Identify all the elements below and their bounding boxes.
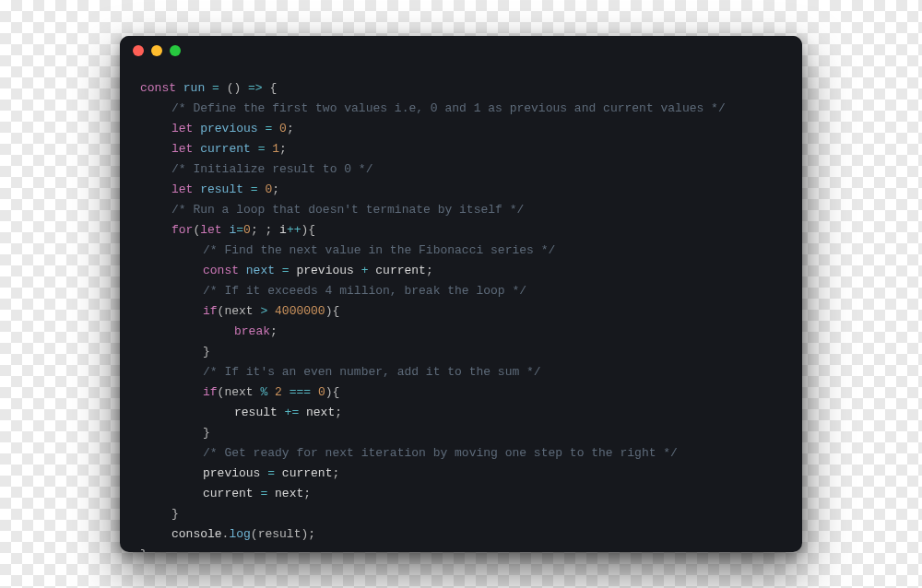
code-token: 1 bbox=[272, 142, 279, 156]
code-token: = bbox=[236, 223, 243, 237]
code-line: /* Run a loop that doesn't terminate by … bbox=[140, 200, 782, 220]
code-token: ; bbox=[308, 527, 315, 541]
code-token: () bbox=[219, 81, 248, 95]
code-token: const bbox=[140, 81, 183, 95]
code-token: break bbox=[234, 324, 270, 338]
code-line: const run = () => { bbox=[140, 78, 782, 99]
code-token: console bbox=[171, 527, 222, 541]
editor-window: const run = () => {/* Define the first t… bbox=[120, 36, 802, 552]
code-token: ++ bbox=[287, 223, 301, 237]
code-line: /* Get ready for next iteration by movin… bbox=[140, 443, 782, 464]
minimize-icon[interactable] bbox=[151, 45, 162, 56]
code-token: ; bbox=[426, 264, 433, 277]
code-token: } bbox=[171, 507, 179, 521]
code-token: let bbox=[200, 223, 229, 237]
code-token: /* Define the first two values i.e, 0 an… bbox=[171, 101, 726, 115]
code-line: current = next; bbox=[140, 484, 782, 504]
code-editor[interactable]: const run = () => {/* Define the first t… bbox=[120, 65, 802, 552]
code-token: { bbox=[263, 81, 278, 95]
code-token bbox=[275, 264, 282, 277]
code-token bbox=[267, 304, 275, 318]
code-token: = bbox=[267, 466, 275, 480]
code-line: result += next; bbox=[140, 403, 782, 423]
code-token: 4000000 bbox=[275, 304, 325, 318]
code-token: (result) bbox=[251, 527, 308, 541]
code-line: let result = 0; bbox=[140, 180, 782, 200]
code-token: } bbox=[140, 547, 148, 552]
code-line: /* If it exceeds 4 million, break the lo… bbox=[140, 281, 782, 301]
code-line: } bbox=[140, 342, 782, 362]
code-token bbox=[282, 385, 290, 399]
code-token: /* Find the next value in the Fibonacci … bbox=[203, 243, 555, 257]
code-token: const bbox=[203, 264, 246, 277]
code-line: let current = 1; bbox=[140, 139, 782, 159]
code-token: log bbox=[229, 527, 250, 541]
code-token: result bbox=[234, 406, 285, 419]
code-token: 0 bbox=[243, 223, 251, 237]
code-token: /* If it exceeds 4 million, break the lo… bbox=[203, 284, 526, 298]
code-token: current bbox=[203, 487, 260, 500]
code-token: current bbox=[200, 142, 251, 156]
code-line: const next = previous + current; bbox=[140, 261, 782, 281]
code-token: run bbox=[183, 81, 205, 95]
code-token: => bbox=[248, 81, 263, 95]
code-token: current bbox=[275, 466, 332, 480]
code-token: previous bbox=[203, 466, 267, 480]
code-token: ; bbox=[279, 142, 287, 156]
code-token: ){ bbox=[325, 304, 340, 318]
code-token: += bbox=[285, 406, 300, 419]
code-token: } bbox=[203, 345, 210, 359]
code-token: if bbox=[203, 304, 218, 318]
code-line: previous = current; bbox=[140, 464, 782, 484]
code-line: } bbox=[140, 545, 782, 552]
code-token bbox=[251, 142, 258, 156]
code-token: ; bbox=[270, 324, 278, 338]
code-token: previous bbox=[290, 264, 361, 277]
code-token: } bbox=[203, 426, 210, 440]
code-token: 0 bbox=[279, 122, 287, 135]
code-token: ){ bbox=[301, 223, 316, 237]
code-token: = bbox=[282, 264, 290, 277]
code-line: break; bbox=[140, 322, 782, 342]
window-titlebar bbox=[120, 36, 802, 65]
code-token: ; bbox=[287, 122, 294, 135]
close-icon[interactable] bbox=[133, 45, 144, 56]
code-token: next bbox=[267, 487, 303, 500]
code-token: let bbox=[171, 142, 200, 156]
code-token: /* Get ready for next iteration by movin… bbox=[203, 446, 678, 460]
code-token: for bbox=[171, 223, 193, 237]
code-token: = bbox=[251, 182, 258, 196]
code-token: 2 bbox=[275, 385, 282, 399]
code-line: let previous = 0; bbox=[140, 119, 782, 139]
code-token: ; bbox=[332, 466, 339, 480]
code-line: /* If it's an even number, add it to the… bbox=[140, 362, 782, 382]
code-token: (next bbox=[218, 304, 261, 318]
code-token: current bbox=[368, 264, 425, 277]
code-token: ; bbox=[335, 406, 342, 419]
code-line: } bbox=[140, 423, 782, 443]
code-token: result bbox=[200, 182, 243, 196]
code-token: === bbox=[290, 385, 311, 399]
code-line: for(let i=0; ; i++){ bbox=[140, 220, 782, 241]
code-line: if(next % 2 === 0){ bbox=[140, 382, 782, 403]
code-token: next bbox=[246, 264, 275, 277]
code-token: ; ; bbox=[251, 223, 279, 237]
code-token: previous bbox=[200, 122, 257, 135]
code-token: /* If it's an even number, add it to the… bbox=[203, 365, 541, 379]
code-token: (next bbox=[218, 385, 261, 399]
code-token: ){ bbox=[325, 385, 340, 399]
code-token: ; bbox=[272, 182, 279, 196]
code-line: /* Initialize result to 0 */ bbox=[140, 159, 782, 180]
code-line: /* Find the next value in the Fibonacci … bbox=[140, 241, 782, 261]
zoom-icon[interactable] bbox=[170, 45, 181, 56]
code-token bbox=[205, 81, 212, 95]
code-token: /* Initialize result to 0 */ bbox=[171, 162, 372, 176]
code-token: let bbox=[171, 182, 200, 196]
code-token bbox=[272, 122, 279, 135]
code-line: } bbox=[140, 504, 782, 524]
code-token: i bbox=[279, 223, 287, 237]
code-token: 0 bbox=[318, 385, 325, 399]
code-token bbox=[243, 182, 251, 196]
code-line: /* Define the first two values i.e, 0 an… bbox=[140, 99, 782, 119]
code-token: = bbox=[212, 81, 219, 95]
